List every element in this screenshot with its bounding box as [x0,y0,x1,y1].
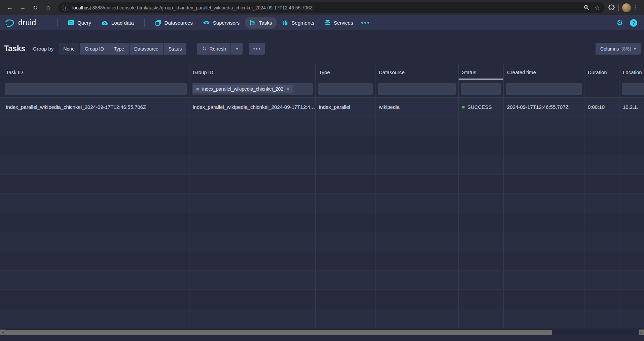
table-cell [189,309,316,328]
filter-input-status[interactable] [461,83,501,95]
table-filter-row: ≡ index_parallel_wikipedia_chicnkei_202 … [0,80,644,98]
cell-group-id[interactable]: index_parallel_wikipedia_chicnkei_2024-0… [189,98,316,117]
filter-input-created-time[interactable] [506,83,582,95]
column-header-status[interactable]: Status [459,64,504,80]
group-by-type-button[interactable]: Type [109,43,129,55]
group-id-filter-tag: ≡ index_parallel_wikipedia_chicnkei_202 … [193,85,293,93]
zoom-icon[interactable] [583,4,590,11]
nav-right-actions: ⚙ ? [616,19,639,27]
cell-location[interactable]: 10.2.1. [619,98,644,117]
column-header-duration[interactable]: Duration [584,64,619,80]
table-cell [619,309,644,328]
refresh-button[interactable]: ↻ Refresh [197,43,230,55]
table-cell [189,213,316,232]
help-icon[interactable]: ? [630,19,637,27]
table-cell [375,213,459,232]
more-icon [253,48,260,50]
filter-tag-close-icon[interactable]: ✕ [286,87,290,92]
cell-created-time[interactable]: 2024-09-17T12:46:55.707Z [504,98,584,117]
column-header-created-time[interactable]: Created time [504,64,584,80]
url-text[interactable]: localhost:8888/unified-console.html#task… [72,5,313,10]
table-cell [375,117,459,136]
columns-button[interactable]: Columns (8/8) ▾ [596,43,641,55]
chevron-down-icon: ▾ [634,46,636,51]
cell-task-id[interactable]: index_parallel_wikipedia_chicnkei_2024-0… [0,98,189,117]
nav-item-tasks[interactable]: Tasks [245,17,277,29]
browser-forward-icon[interactable]: → [17,3,28,13]
horizontal-scrollbar[interactable]: ◂ ▸ [0,330,644,335]
nav-separator [144,19,145,27]
nav-more-button[interactable] [358,19,372,26]
refresh-label: Refresh [209,46,226,52]
cell-datasource[interactable]: wikipedia [375,98,459,117]
settings-gear-icon[interactable]: ⚙ [616,19,623,27]
cell-status[interactable]: SUCCESS [459,98,504,117]
table-cell [619,175,644,193]
browser-reload-icon[interactable]: ↻ [30,3,40,13]
nav-item-segments[interactable]: Segments [277,17,319,29]
address-bar[interactable]: i localhost:8888/unified-console.html#ta… [58,2,605,13]
cell-duration[interactable]: 0:00:10 [584,98,619,117]
table-row-empty [0,213,644,232]
column-header-location[interactable]: Location [619,64,644,80]
nav-item-load-data[interactable]: Load data [96,17,139,29]
scrollbar-thumb[interactable] [5,330,552,335]
column-header-datasource[interactable]: Datasource [375,64,459,80]
table-cell [459,117,504,136]
filter-input-location[interactable] [622,83,644,95]
scroll-left-icon[interactable]: ◂ [0,330,5,335]
table-cell [0,232,189,251]
group-by-group-id-button[interactable]: Group ID [80,43,109,55]
table-row-empty [0,194,644,213]
scroll-right-icon[interactable]: ▸ [639,330,644,335]
datasources-icon [155,20,162,26]
cell-type[interactable]: index_parallel [316,98,375,117]
table-cell [459,136,504,155]
status-badge: SUCCESS [467,104,492,110]
extensions-icon[interactable] [608,4,615,11]
profile-avatar[interactable] [622,3,631,12]
gantt-chart-icon [250,20,256,26]
group-by-status-button[interactable]: Status [164,43,186,55]
table-cell [504,271,584,289]
refresh-interval-dropdown[interactable]: ▾ [231,43,243,55]
table-cell [0,136,189,155]
browser-home-icon[interactable]: ⌂ [43,3,53,13]
column-header-group-id[interactable]: Group ID [189,64,316,80]
columns-count: (8/8) [621,46,631,52]
table-cell [375,309,459,328]
nav-item-label: Supervisors [213,20,240,26]
filter-input-datasource[interactable] [378,83,456,95]
column-header-task-id[interactable]: Task ID [0,64,189,80]
nav-item-label: Query [77,20,91,26]
nav-item-query[interactable]: Query [63,17,96,29]
filter-input-group-id[interactable]: ≡ index_parallel_wikipedia_chicnkei_202 … [192,83,313,95]
more-actions-button[interactable] [249,43,265,55]
nav-item-services[interactable]: Services [319,17,358,29]
table-cell [316,175,375,193]
table-row[interactable]: index_parallel_wikipedia_chicnkei_2024-0… [0,98,644,117]
table-cell [459,194,504,213]
database-icon [324,20,331,26]
bookmark-star-icon[interactable]: ☆ [595,4,600,11]
druid-logo[interactable]: druid [5,18,52,28]
group-by-button-group: None Group ID Type Datasource Status [59,43,186,55]
table-cell [504,309,584,328]
table-cell [584,136,619,155]
browser-menu-icon[interactable]: ⋮ [631,4,641,11]
table-cell [584,251,619,270]
site-info-icon[interactable]: i [63,5,68,10]
bar-chart-icon [282,20,288,26]
nav-item-datasources[interactable]: Datasources [150,17,198,29]
table-cell [584,309,619,328]
column-header-type[interactable]: Type [316,64,375,80]
filter-input-task-id[interactable] [5,83,187,95]
group-by-none-button[interactable]: None [59,43,79,55]
eye-icon [203,20,210,26]
table-body: index_parallel_wikipedia_chicnkei_2024-0… [0,98,644,328]
group-by-datasource-button[interactable]: Datasource [130,43,163,55]
refresh-icon: ↻ [202,45,207,52]
browser-back-icon[interactable]: ← [5,3,15,13]
nav-item-supervisors[interactable]: Supervisors [198,17,245,29]
filter-input-type[interactable] [318,83,373,95]
